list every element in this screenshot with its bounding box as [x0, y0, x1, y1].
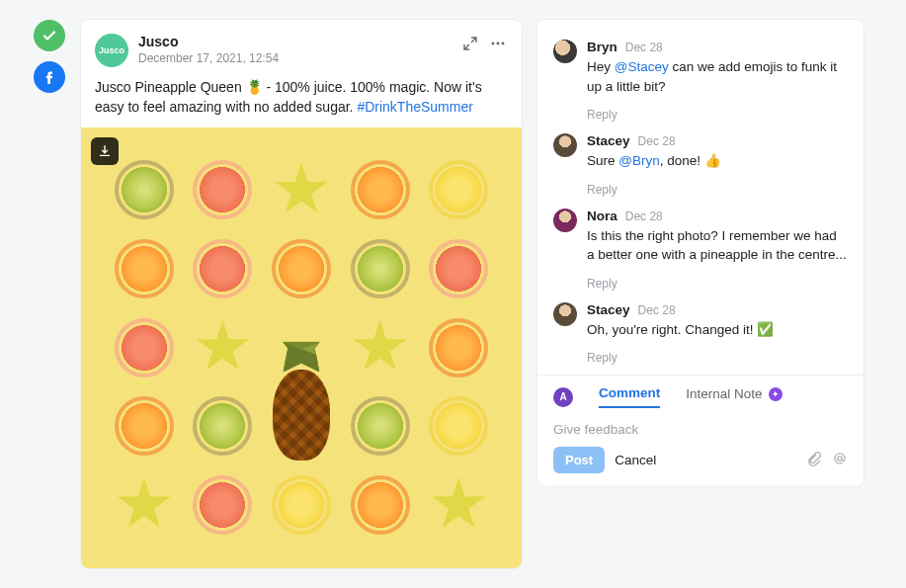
post-author: Jusco [138, 34, 451, 49]
post-date: December 17, 2021, 12:54 [138, 51, 451, 65]
reply-button[interactable]: Reply [537, 351, 864, 365]
post-card: Jusco Jusco December 17, 2021, 12:54 Jus… [81, 20, 522, 568]
add-others-link[interactable]: Add others? [689, 485, 755, 486]
compose-avatar: A [553, 387, 573, 407]
post-avatar: Jusco [95, 34, 128, 67]
reply-button[interactable]: Reply [537, 108, 864, 122]
post-image [81, 127, 522, 568]
comment-text: Sure @Bryn, done! 👍 [587, 151, 848, 171]
post-hashtag[interactable]: #DrinkTheSummer [357, 99, 472, 115]
comment-avatar [553, 302, 577, 326]
svg-point-3 [838, 457, 842, 461]
comment-text: Is this the right photo? I remember we h… [587, 226, 848, 265]
comment-author: Bryn [587, 40, 618, 54]
comment-author: Stacey [587, 302, 630, 317]
note-star-icon: ✦ [769, 387, 782, 401]
svg-point-1 [497, 42, 500, 45]
comment: StaceyDec 28Sure @Bryn, done! 👍 [537, 126, 864, 175]
comment-date: Dec 28 [638, 134, 676, 148]
attach-icon[interactable] [806, 451, 822, 470]
comment-avatar [553, 133, 577, 157]
comment-author: Nora [587, 209, 618, 223]
comments-panel: BrynDec 28Hey @Stacey can we add emojis … [537, 20, 864, 486]
mention-icon[interactable] [832, 451, 848, 470]
tab-internal-note-label: Internal Note [686, 386, 762, 401]
mention[interactable]: @Bryn [618, 153, 659, 168]
feedback-input[interactable]: Give feedback [537, 416, 864, 447]
comment-text: Oh, you're right. Changed it! ✅ [587, 320, 848, 340]
mention[interactable]: @Stacey [615, 59, 669, 74]
comment-avatar [553, 40, 577, 63]
post-caption: Jusco Pineapple Queen 🍍 - 100% juice. 10… [81, 77, 522, 127]
comment-date: Dec 28 [625, 41, 663, 54]
expand-icon[interactable] [460, 34, 480, 53]
cancel-button[interactable]: Cancel [615, 453, 656, 467]
tab-internal-note[interactable]: Internal Note ✦ [686, 386, 782, 407]
comment-date: Dec 28 [625, 210, 663, 223]
reply-button[interactable]: Reply [537, 183, 864, 197]
post-button[interactable]: Post [553, 447, 605, 473]
svg-point-2 [502, 42, 505, 45]
comment-text: Hey @Stacey can we add emojis to funk it… [587, 57, 848, 96]
tab-comment[interactable]: Comment [599, 385, 660, 408]
notify-text: 1 person will be notified. Add others? [537, 473, 864, 486]
reply-button[interactable]: Reply [537, 277, 864, 291]
svg-point-0 [492, 42, 495, 45]
comment-author: Stacey [587, 133, 630, 148]
comment: StaceyDec 28Oh, you're right. Changed it… [537, 294, 864, 344]
comment-avatar [553, 209, 577, 232]
approve-status-icon[interactable] [34, 20, 65, 51]
facebook-channel-icon[interactable] [34, 61, 65, 93]
more-icon[interactable] [488, 34, 508, 53]
comment: BrynDec 28Hey @Stacey can we add emojis … [537, 32, 864, 100]
comment-date: Dec 28 [638, 303, 676, 317]
comment: NoraDec 28Is this the right photo? I rem… [537, 201, 864, 269]
